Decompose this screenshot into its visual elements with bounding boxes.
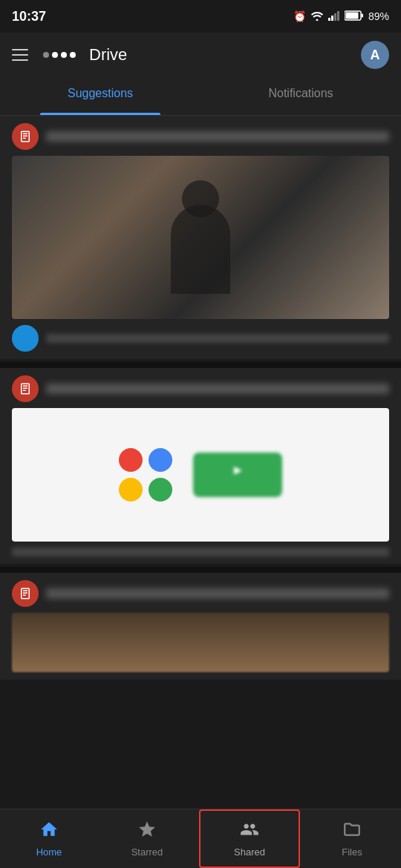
nav-label-home: Home [36, 846, 62, 858]
file-icon-3 [12, 580, 39, 607]
toolbar-title: Drive [89, 45, 127, 65]
file-icon-2 [12, 375, 39, 402]
dot-1 [43, 52, 49, 58]
content-area: ▶ [0, 116, 401, 809]
battery-icon [345, 10, 364, 23]
battery-text: 89% [368, 10, 389, 22]
nav-item-shared[interactable]: Shared [199, 809, 300, 868]
file-meta-1 [46, 334, 389, 343]
status-time: 10:37 [12, 9, 46, 24]
file-icon-1 [12, 123, 39, 150]
file-card-2-footer [12, 548, 389, 556]
file-thumb-3 [12, 613, 389, 672]
svg-rect-3 [337, 11, 339, 21]
file-title-3 [46, 588, 389, 599]
svg-rect-1 [331, 16, 333, 21]
tabs-bar: Suggestions Notifications [0, 77, 401, 116]
nav-item-home[interactable]: Home [0, 809, 98, 868]
dot-3 [61, 52, 67, 58]
tab-notifications[interactable]: Notifications [200, 77, 401, 115]
wifi-icon [310, 10, 324, 23]
file-thumb-2: ▶ [12, 408, 389, 542]
green-badge: ▶ [193, 453, 282, 497]
file-card-2-header [12, 375, 389, 402]
nav-label-shared: Shared [234, 846, 265, 858]
nav-label-files: Files [342, 846, 362, 858]
gdot-green [149, 478, 172, 502]
divider-2 [0, 567, 401, 573]
file-card-1-footer [12, 325, 389, 352]
file-thumb-1 [12, 156, 389, 319]
file-meta-2a [12, 548, 389, 556]
gdot-blue [149, 448, 172, 472]
signal-icon [328, 10, 340, 23]
gdot-yellow [119, 478, 143, 502]
gdot-red [119, 448, 143, 472]
toolbar-left: Drive [12, 45, 127, 65]
svg-rect-2 [334, 13, 336, 21]
google-dots [119, 448, 178, 502]
divider-1 [0, 362, 401, 368]
status-bar: 10:37 ⏰ 89% [0, 0, 401, 33]
file-title-2 [46, 384, 389, 394]
toolbar: Drive A [0, 33, 401, 77]
dot-4 [70, 52, 76, 58]
svg-rect-6 [345, 12, 358, 19]
files-icon [342, 820, 362, 844]
dot-2 [52, 52, 58, 58]
toolbar-dots [43, 52, 76, 58]
nav-label-starred: Starred [131, 846, 163, 858]
home-icon [39, 820, 59, 844]
shared-icon [240, 820, 259, 844]
nav-item-files[interactable]: Files [303, 809, 401, 868]
file-title-1 [46, 131, 389, 142]
alarm-icon: ⏰ [293, 10, 306, 22]
file-card-3[interactable] [0, 573, 401, 680]
svg-rect-5 [361, 13, 363, 17]
tab-suggestions[interactable]: Suggestions [0, 77, 200, 115]
star-icon [137, 820, 157, 844]
file-card-1[interactable] [0, 116, 401, 359]
person-body [171, 205, 230, 294]
file-card-1-header [12, 123, 389, 150]
avatar[interactable]: A [361, 41, 389, 69]
file-card-3-header [12, 580, 389, 607]
hamburger-icon[interactable] [12, 49, 28, 61]
svg-rect-0 [328, 18, 330, 21]
user-avatar-blue [12, 325, 39, 352]
status-icons: ⏰ 89% [293, 10, 389, 23]
nav-item-starred[interactable]: Starred [98, 809, 196, 868]
file-card-2[interactable]: ▶ [0, 368, 401, 564]
bottom-nav: Home Starred Shared Files [0, 809, 401, 868]
thumb-person-bg [12, 156, 389, 319]
